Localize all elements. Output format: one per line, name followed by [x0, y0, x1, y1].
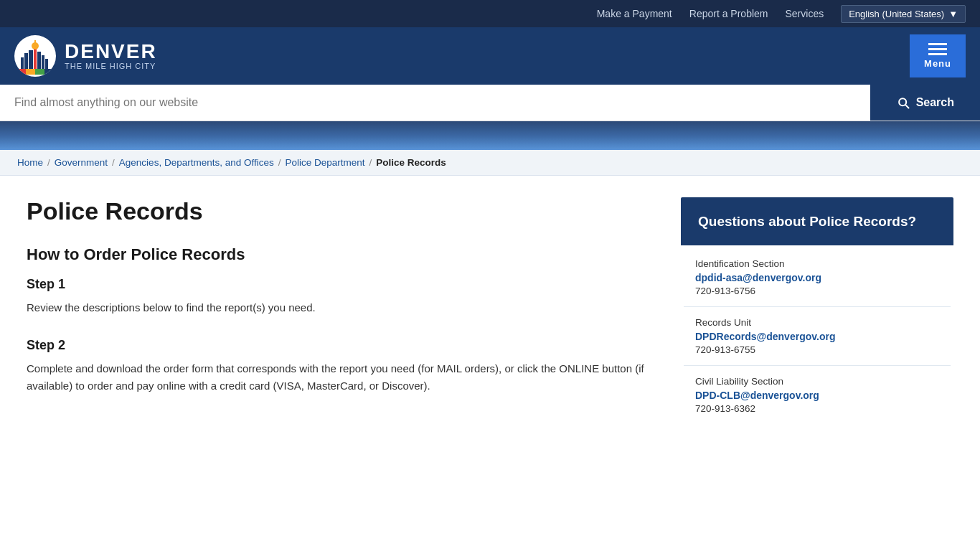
main-content: Police Records How to Order Police Recor…	[27, 197, 652, 427]
contact-label-identification: Identification Section	[695, 258, 939, 269]
svg-rect-7	[45, 59, 48, 69]
make-payment-link[interactable]: Make a Payment	[597, 8, 672, 19]
city-name: DENVER	[65, 42, 157, 62]
breadcrumb-current: Police Records	[376, 157, 446, 168]
contact-label-records: Records Unit	[695, 317, 939, 328]
svg-rect-13	[44, 69, 54, 75]
step-1-block: Step 1 Review the descriptions below to …	[27, 277, 652, 316]
breadcrumb-sep-2: /	[112, 157, 115, 168]
city-tagline: THE MILE HIGH CITY	[65, 62, 157, 70]
contact-phone-records: 720-913-6755	[695, 344, 939, 355]
chevron-down-icon: ▼	[948, 9, 958, 19]
svg-rect-4	[34, 47, 37, 69]
sidebar-box: Questions about Police Records? Identifi…	[681, 197, 953, 427]
breadcrumb-home[interactable]: Home	[17, 157, 43, 168]
menu-bar-1	[928, 43, 947, 45]
contact-phone-civil: 720-913-6362	[695, 403, 939, 414]
search-bar: Search	[0, 85, 980, 121]
svg-rect-5	[37, 52, 41, 69]
logo-text: DENVER THE MILE HIGH CITY	[65, 42, 157, 70]
svg-rect-9	[34, 40, 36, 43]
step-2-block: Step 2 Complete and download the order f…	[27, 338, 652, 395]
breadcrumb-police-dept[interactable]: Police Department	[285, 157, 364, 168]
svg-rect-10	[17, 69, 26, 75]
contact-email-civil[interactable]: DPD-CLB@denvergov.org	[695, 390, 939, 401]
menu-bar-3	[928, 53, 947, 55]
sidebar: Questions about Police Records? Identifi…	[681, 197, 953, 427]
search-button[interactable]: Search	[870, 85, 980, 121]
step-2-text: Complete and download the order form tha…	[27, 360, 652, 395]
sidebar-box-title: Questions about Police Records?	[698, 213, 936, 231]
menu-label: Menu	[924, 58, 951, 69]
sidebar-contacts: Identification Section dpdid-asa@denverg…	[681, 245, 953, 427]
menu-button[interactable]: Menu	[910, 34, 966, 77]
breadcrumb-government[interactable]: Government	[55, 157, 108, 168]
logo-area: DENVER THE MILE HIGH CITY	[14, 35, 157, 77]
page-title: Police Records	[27, 197, 652, 225]
contact-phone-identification: 720-913-6756	[695, 286, 939, 296]
logo-icon	[14, 35, 56, 77]
contact-email-identification[interactable]: dpdid-asa@denvergov.org	[695, 272, 939, 283]
search-icon	[896, 95, 910, 110]
svg-rect-3	[29, 50, 33, 69]
svg-rect-12	[35, 69, 44, 75]
svg-rect-2	[24, 53, 28, 69]
search-button-label: Search	[916, 96, 954, 109]
step-2-title: Step 2	[27, 338, 652, 353]
breadcrumb-sep-3: /	[278, 157, 281, 168]
svg-rect-11	[26, 69, 35, 75]
hero-band	[0, 121, 980, 150]
language-selector[interactable]: English (United States) ▼	[841, 5, 966, 23]
menu-bar-2	[928, 48, 947, 50]
breadcrumb: Home / Government / Agencies, Department…	[17, 157, 963, 168]
svg-rect-1	[21, 57, 24, 69]
breadcrumb-sep-4: /	[369, 157, 372, 168]
contact-block-identification: Identification Section dpdid-asa@denverg…	[684, 248, 951, 307]
page-content: Police Records How to Order Police Recor…	[9, 176, 971, 448]
svg-rect-6	[42, 55, 44, 69]
contact-block-civil: Civil Liability Section DPD-CLB@denvergo…	[684, 366, 951, 424]
step-1-title: Step 1	[27, 277, 652, 292]
contact-block-records: Records Unit DPDRecords@denvergov.org 72…	[684, 307, 951, 366]
search-input[interactable]	[0, 85, 870, 121]
step-1-text: Review the descriptions below to find th…	[27, 299, 652, 316]
language-label: English (United States)	[849, 9, 944, 19]
section-title: How to Order Police Records	[27, 245, 652, 264]
svg-point-8	[32, 42, 39, 50]
breadcrumb-sep-1: /	[47, 157, 50, 168]
contact-label-civil: Civil Liability Section	[695, 376, 939, 387]
report-problem-link[interactable]: Report a Problem	[689, 8, 768, 19]
breadcrumb-bar: Home / Government / Agencies, Department…	[0, 150, 980, 176]
breadcrumb-agencies[interactable]: Agencies, Departments, and Offices	[119, 157, 274, 168]
contact-email-records[interactable]: DPDRecords@denvergov.org	[695, 331, 939, 342]
top-bar: Make a Payment Report a Problem Services…	[0, 0, 980, 27]
services-link[interactable]: Services	[785, 8, 824, 19]
site-header: DENVER THE MILE HIGH CITY Menu	[0, 27, 980, 85]
